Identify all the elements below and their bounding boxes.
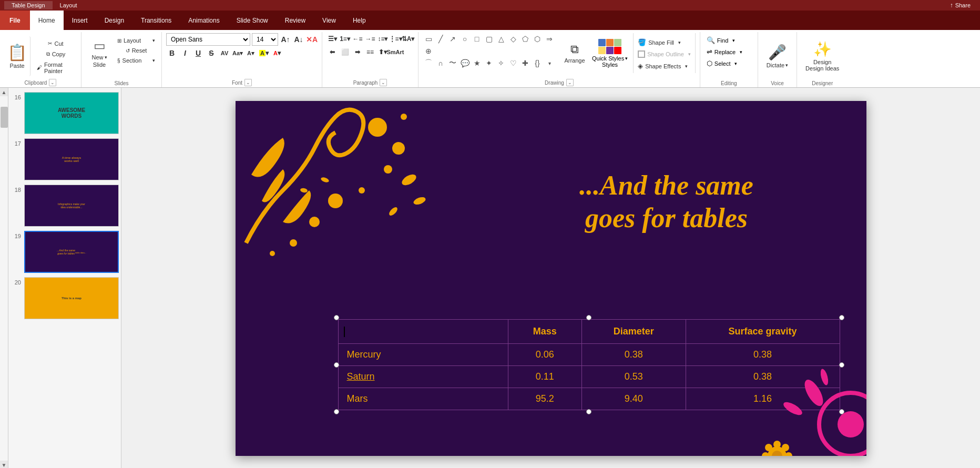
cell-mars-label[interactable]: Mars	[338, 388, 508, 410]
handle-topright[interactable]	[839, 315, 844, 320]
col-header-mass[interactable]: Mass	[508, 320, 581, 344]
handle-botleft[interactable]	[334, 409, 339, 414]
arrange-button[interactable]: ⧉ Arrange	[562, 33, 588, 73]
design-ideas-button[interactable]: ✨ Design Design Ideas	[801, 36, 843, 76]
replace-dropdown[interactable]: ▾	[740, 49, 742, 55]
cell-mercury-label[interactable]: Mercury	[338, 344, 508, 366]
cell-saturn-diameter[interactable]: 0.53	[581, 366, 686, 388]
cell-saturn-label[interactable]: Saturn	[338, 366, 508, 388]
cell-mercury-mass[interactable]: 0.06	[508, 344, 581, 366]
section-button[interactable]: § Section ▾	[115, 56, 157, 65]
context-tab-table-design[interactable]: Table Design	[4, 1, 53, 9]
shape-btn-rect[interactable]: ▭	[423, 33, 434, 45]
slide-thumb-16[interactable]: AWESOMEWORDS	[24, 92, 119, 134]
paste-button[interactable]: 📋 Paste	[4, 36, 30, 76]
text-direction-btn[interactable]: ⇅A▾	[402, 33, 414, 45]
shape-btn-heart[interactable]: ♡	[507, 57, 519, 69]
col-header-surface-gravity[interactable]: Surface gravity	[686, 320, 840, 344]
shape-effects-button[interactable]: ◈ Shape Effects ▾	[636, 61, 693, 71]
cell-mars-mass[interactable]: 95.2	[508, 388, 581, 410]
cell-mercury-diameter[interactable]: 0.38	[581, 344, 686, 366]
shape-btn-pentagon[interactable]: ⬠	[519, 33, 531, 45]
align-left-btn[interactable]: ⬅	[326, 46, 338, 58]
shape-btn-rect2[interactable]: □	[471, 33, 483, 45]
font-size-btn2[interactable]: A▾	[245, 47, 257, 59]
slide-item-17[interactable]: 17 A time alwaysworks well	[11, 138, 119, 180]
tab-design[interactable]: Design	[96, 11, 132, 30]
tab-insert[interactable]: Insert	[64, 11, 96, 30]
slide-item-20[interactable]: 20 This is a map	[11, 277, 119, 319]
shape-btn-star[interactable]: ★	[471, 57, 483, 69]
find-button[interactable]: 🔍 Find ▾	[705, 35, 737, 45]
quick-styles-button[interactable]: Quick Styles ▾ Styles	[590, 37, 630, 70]
find-dropdown[interactable]: ▾	[732, 38, 735, 43]
clear-format-btn[interactable]: ✕A	[306, 34, 318, 45]
shape-btn-star2[interactable]: ✦	[483, 57, 495, 69]
new-slide-button[interactable]: ▭ New ▾ Slide	[86, 33, 113, 73]
tab-help[interactable]: Help	[344, 11, 374, 30]
slide-thumb-19[interactable]: ...And the samegoes for tables table dat…	[24, 231, 119, 273]
align-right-btn[interactable]: ➡	[352, 46, 363, 58]
font-expand[interactable]: ⌄	[244, 79, 252, 86]
handle-topmid[interactable]	[586, 315, 591, 320]
context-tab-layout[interactable]: Layout	[53, 1, 85, 9]
slide-title[interactable]: ...And the same goes for tables	[498, 169, 835, 235]
shape-btn-line[interactable]: ╱	[435, 33, 446, 45]
select-dropdown[interactable]: ▾	[734, 61, 737, 66]
layout-button[interactable]: ⊞ Layout ▾	[115, 36, 157, 45]
slide-item-16[interactable]: 16 AWESOMEWORDS	[11, 92, 119, 134]
handle-topleft[interactable]	[334, 315, 339, 320]
shape-btn-hexagon[interactable]: ⬡	[532, 33, 543, 45]
tab-animations[interactable]: Animations	[180, 11, 228, 30]
shape-btn-triangle[interactable]: △	[495, 33, 507, 45]
shape-btn-rnd-rect[interactable]: ▢	[483, 33, 495, 45]
clipboard-expand[interactable]: ⌄	[49, 79, 56, 86]
scroll-down-btn[interactable]: ▼	[0, 461, 8, 468]
slide-item-19[interactable]: 19 ...And the samegoes for tables table …	[11, 231, 119, 273]
tab-home[interactable]: Home	[30, 11, 64, 30]
section-dropdown-icon[interactable]: ▾	[152, 58, 155, 63]
select-button[interactable]: ⬡ Select ▾	[705, 58, 740, 68]
shape-btn-more[interactable]: ⊕	[423, 45, 434, 57]
shape-btn-arrow-r[interactable]: ⇒	[544, 33, 555, 45]
char-spacing-btn[interactable]: AV	[219, 47, 230, 59]
dictate-dropdown[interactable]: ▾	[785, 63, 788, 68]
font-family-select[interactable]: Open Sans	[166, 33, 250, 46]
columns-btn[interactable]: ⋮≡▾	[390, 33, 401, 45]
bullets-btn[interactable]: ☰▾	[326, 33, 338, 45]
share-button[interactable]: ↑ Design Ideas Share	[945, 1, 976, 10]
shape-btn-arrow[interactable]: ↗	[447, 33, 458, 45]
tab-slideshow[interactable]: Slide Show	[228, 11, 277, 30]
align-center-btn[interactable]: ⬜	[339, 46, 351, 58]
increase-indent-btn[interactable]: →≡	[364, 33, 376, 45]
slide-thumb-17[interactable]: A time alwaysworks well	[24, 138, 119, 180]
slide-canvas[interactable]: ...And the same goes for tables	[236, 101, 866, 456]
numbering-btn[interactable]: 1≡▾	[339, 33, 351, 45]
reset-button[interactable]: ↺ Reset	[115, 46, 157, 55]
handle-botright[interactable]	[839, 409, 844, 414]
replace-button[interactable]: ⇌ Replace ▾	[705, 47, 744, 57]
cell-mars-diameter[interactable]: 9.40	[581, 388, 686, 410]
shape-btn-callout[interactable]: 💬	[459, 57, 471, 69]
tab-transitions[interactable]: Transitions	[132, 11, 180, 30]
decrease-font-btn[interactable]: A↓	[293, 34, 304, 45]
tab-view[interactable]: View	[314, 11, 344, 30]
shape-outline-button[interactable]: Shape Outline ▾	[636, 49, 693, 59]
shape-btn-curve[interactable]: ⌒	[423, 57, 434, 69]
decrease-indent-btn[interactable]: ←≡	[352, 33, 363, 45]
drawing-expand[interactable]: ⌄	[566, 79, 574, 86]
shape-btn-expand[interactable]: ▾	[544, 57, 555, 69]
shape-outline-dropdown[interactable]: ▾	[688, 52, 691, 57]
tab-review[interactable]: Review	[277, 11, 314, 30]
scroll-up-btn[interactable]: ▲	[0, 88, 8, 96]
justify-btn[interactable]: ≡≡	[364, 46, 376, 58]
underline-btn[interactable]: U	[192, 47, 204, 59]
quick-styles-dropdown[interactable]: ▾	[625, 56, 628, 61]
slide-thumb-20[interactable]: This is a map	[24, 277, 119, 319]
shape-btn-arc[interactable]: ∩	[435, 57, 446, 69]
dictate-button[interactable]: 🎤 Dictate ▾	[762, 36, 792, 76]
strikethrough-btn[interactable]: S	[206, 47, 217, 59]
italic-btn[interactable]: I	[179, 47, 191, 59]
tab-file[interactable]: File	[0, 11, 30, 30]
slide-thumb-18[interactable]: Infographics make youridea understable..…	[24, 185, 119, 227]
